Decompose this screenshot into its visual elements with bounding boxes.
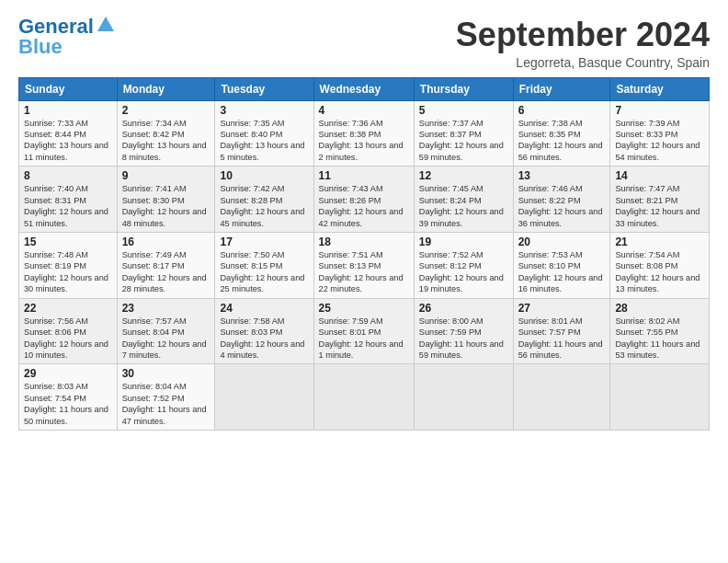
calendar-day-cell: 2Sunrise: 7:34 AMSunset: 8:42 PMDaylight… (117, 100, 215, 167)
calendar-day-header: Friday (513, 77, 610, 100)
day-number: 21 (615, 236, 704, 248)
calendar-body: 1Sunrise: 7:33 AMSunset: 8:44 PMDaylight… (19, 100, 710, 430)
day-number: 6 (518, 104, 606, 117)
day-detail: Sunrise: 7:54 AMSunset: 8:08 PMDaylight:… (615, 250, 700, 293)
day-number: 16 (122, 236, 210, 248)
calendar-day-header: Monday (117, 77, 215, 100)
calendar-day-cell: 14Sunrise: 7:47 AMSunset: 8:21 PMDayligh… (610, 167, 710, 233)
day-detail: Sunrise: 7:46 AMSunset: 8:22 PMDaylight:… (518, 184, 603, 227)
day-detail: Sunrise: 7:36 AMSunset: 8:38 PMDaylight:… (319, 119, 404, 162)
day-detail: Sunrise: 7:33 AMSunset: 8:44 PMDaylight:… (24, 119, 108, 162)
day-number: 10 (220, 169, 308, 182)
calendar-day-header: Sunday (19, 77, 118, 100)
svg-marker-0 (97, 17, 114, 31)
day-number: 5 (419, 104, 508, 117)
calendar-day-header: Wednesday (313, 77, 414, 100)
day-number: 26 (419, 302, 508, 315)
main-title: September 2024 (456, 17, 710, 53)
calendar-day-cell: 30Sunrise: 8:04 AMSunset: 7:52 PMDayligh… (117, 364, 215, 431)
day-detail: Sunrise: 7:42 AMSunset: 8:28 PMDaylight:… (220, 184, 304, 227)
day-detail: Sunrise: 8:00 AMSunset: 7:59 PMDaylight:… (419, 316, 504, 360)
day-number: 1 (24, 104, 112, 117)
calendar-week-row: 22Sunrise: 7:56 AMSunset: 8:06 PMDayligh… (19, 298, 710, 364)
calendar-day-cell: 16Sunrise: 7:49 AMSunset: 8:17 PMDayligh… (117, 232, 215, 298)
day-number: 27 (518, 302, 606, 315)
calendar-day-cell: 4Sunrise: 7:36 AMSunset: 8:38 PMDaylight… (313, 100, 414, 167)
logo-blue: Blue (18, 37, 63, 57)
calendar-day-cell: 11Sunrise: 7:43 AMSunset: 8:26 PMDayligh… (313, 167, 414, 233)
day-detail: Sunrise: 8:04 AMSunset: 7:52 PMDaylight:… (122, 382, 207, 425)
day-detail: Sunrise: 7:37 AMSunset: 8:37 PMDaylight:… (419, 119, 504, 162)
day-number: 3 (220, 104, 308, 117)
day-detail: Sunrise: 7:35 AMSunset: 8:40 PMDaylight:… (220, 119, 304, 162)
calendar-day-cell: 7Sunrise: 7:39 AMSunset: 8:33 PMDaylight… (610, 100, 710, 167)
calendar-day-cell: 3Sunrise: 7:35 AMSunset: 8:40 PMDaylight… (215, 100, 313, 167)
day-number: 14 (615, 169, 704, 182)
day-detail: Sunrise: 8:03 AMSunset: 7:54 PMDaylight:… (24, 382, 108, 425)
day-number: 18 (319, 236, 409, 248)
calendar-day-cell: 1Sunrise: 7:33 AMSunset: 8:44 PMDaylight… (19, 100, 118, 167)
calendar-day-cell: 24Sunrise: 7:58 AMSunset: 8:03 PMDayligh… (215, 298, 313, 364)
calendar-week-row: 1Sunrise: 7:33 AMSunset: 8:44 PMDaylight… (19, 100, 710, 167)
calendar-day-cell: 17Sunrise: 7:50 AMSunset: 8:15 PMDayligh… (215, 232, 313, 298)
calendar-day-cell: 22Sunrise: 7:56 AMSunset: 8:06 PMDayligh… (19, 298, 118, 364)
day-number: 23 (122, 302, 210, 315)
day-detail: Sunrise: 7:43 AMSunset: 8:26 PMDaylight:… (319, 184, 404, 227)
calendar-day-cell: 27Sunrise: 8:01 AMSunset: 7:57 PMDayligh… (513, 298, 610, 364)
calendar-day-cell (414, 364, 513, 431)
calendar-day-header: Tuesday (215, 77, 313, 100)
day-detail: Sunrise: 7:48 AMSunset: 8:19 PMDaylight:… (24, 250, 108, 293)
day-number: 7 (615, 104, 704, 117)
day-number: 20 (518, 236, 606, 248)
day-number: 12 (419, 169, 508, 182)
day-number: 15 (24, 236, 112, 248)
page-header: General Blue September 2024 Legorreta, B… (18, 17, 710, 70)
day-number: 4 (319, 104, 409, 117)
day-detail: Sunrise: 8:01 AMSunset: 7:57 PMDaylight:… (518, 316, 603, 360)
day-detail: Sunrise: 7:50 AMSunset: 8:15 PMDaylight:… (220, 250, 304, 293)
calendar-day-cell: 9Sunrise: 7:41 AMSunset: 8:30 PMDaylight… (117, 167, 215, 233)
calendar-day-cell (215, 364, 313, 431)
day-number: 2 (122, 104, 210, 117)
subtitle: Legorreta, Basque Country, Spain (456, 55, 710, 70)
day-number: 11 (319, 169, 409, 182)
calendar-day-cell: 6Sunrise: 7:38 AMSunset: 8:35 PMDaylight… (513, 100, 610, 167)
calendar-day-cell: 12Sunrise: 7:45 AMSunset: 8:24 PMDayligh… (414, 167, 513, 233)
calendar-table: SundayMondayTuesdayWednesdayThursdayFrid… (18, 77, 710, 431)
calendar-day-cell: 20Sunrise: 7:53 AMSunset: 8:10 PMDayligh… (513, 232, 610, 298)
calendar-day-cell: 15Sunrise: 7:48 AMSunset: 8:19 PMDayligh… (19, 232, 118, 298)
day-number: 13 (518, 169, 606, 182)
calendar-day-cell: 5Sunrise: 7:37 AMSunset: 8:37 PMDaylight… (414, 100, 513, 167)
title-block: September 2024 Legorreta, Basque Country… (456, 17, 710, 70)
calendar-day-cell: 28Sunrise: 8:02 AMSunset: 7:55 PMDayligh… (610, 298, 710, 364)
day-number: 25 (319, 302, 409, 315)
calendar-day-cell: 13Sunrise: 7:46 AMSunset: 8:22 PMDayligh… (513, 167, 610, 233)
logo: General Blue (18, 17, 116, 57)
calendar-day-cell (513, 364, 610, 431)
calendar-day-cell: 25Sunrise: 7:59 AMSunset: 8:01 PMDayligh… (313, 298, 414, 364)
logo-general: General (18, 17, 94, 37)
day-detail: Sunrise: 7:39 AMSunset: 8:33 PMDaylight:… (615, 119, 700, 162)
day-detail: Sunrise: 7:58 AMSunset: 8:03 PMDaylight:… (220, 316, 304, 360)
day-detail: Sunrise: 7:40 AMSunset: 8:31 PMDaylight:… (24, 184, 108, 227)
calendar-week-row: 29Sunrise: 8:03 AMSunset: 7:54 PMDayligh… (19, 364, 710, 431)
day-detail: Sunrise: 7:47 AMSunset: 8:21 PMDaylight:… (615, 184, 700, 227)
day-detail: Sunrise: 7:56 AMSunset: 8:06 PMDaylight:… (24, 316, 108, 360)
day-detail: Sunrise: 7:41 AMSunset: 8:30 PMDaylight:… (122, 184, 207, 227)
calendar-day-header: Thursday (414, 77, 513, 100)
calendar-day-cell: 18Sunrise: 7:51 AMSunset: 8:13 PMDayligh… (313, 232, 414, 298)
calendar-week-row: 15Sunrise: 7:48 AMSunset: 8:19 PMDayligh… (19, 232, 710, 298)
calendar-day-cell: 19Sunrise: 7:52 AMSunset: 8:12 PMDayligh… (414, 232, 513, 298)
calendar-day-cell (610, 364, 710, 431)
day-detail: Sunrise: 7:57 AMSunset: 8:04 PMDaylight:… (122, 316, 207, 360)
day-number: 24 (220, 302, 308, 315)
day-detail: Sunrise: 7:45 AMSunset: 8:24 PMDaylight:… (419, 184, 504, 227)
day-number: 22 (24, 302, 112, 315)
calendar-day-cell: 23Sunrise: 7:57 AMSunset: 8:04 PMDayligh… (117, 298, 215, 364)
day-detail: Sunrise: 7:52 AMSunset: 8:12 PMDaylight:… (419, 250, 504, 293)
day-detail: Sunrise: 7:53 AMSunset: 8:10 PMDaylight:… (518, 250, 603, 293)
day-number: 8 (24, 169, 112, 182)
day-detail: Sunrise: 8:02 AMSunset: 7:55 PMDaylight:… (615, 316, 700, 360)
calendar-day-header: Saturday (610, 77, 710, 100)
day-number: 30 (122, 367, 210, 380)
